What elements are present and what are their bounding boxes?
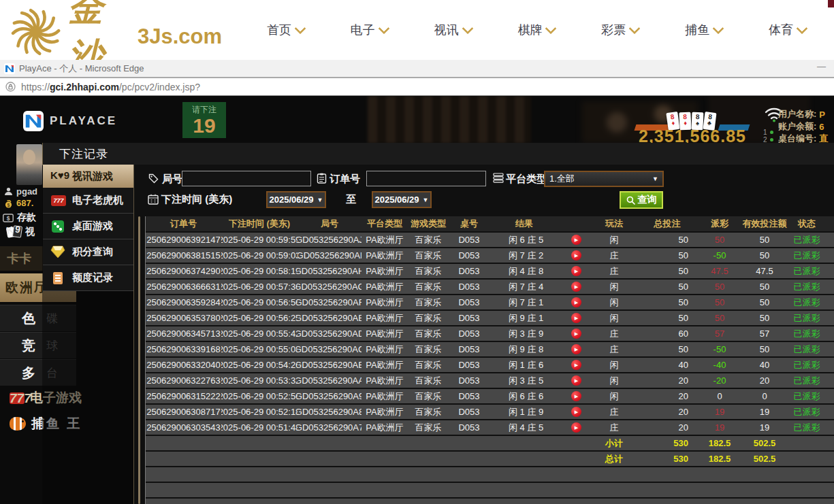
modal-menu-item-3[interactable]: 积分查询 — [43, 239, 133, 265]
empty-row — [146, 467, 834, 482]
cell-payout: 50 — [699, 280, 740, 294]
replay-button[interactable]: ▶ — [571, 297, 581, 307]
replay-button[interactable]: ▶ — [571, 344, 581, 354]
total-side: 总计 — [593, 452, 635, 466]
site-header: 金沙 3Js.com 首页电子视讯棋牌彩票捕鱼体育 — [0, 0, 834, 60]
cell-game: 百家乐 — [408, 311, 449, 325]
deposit-button[interactable]: $ 存款 — [3, 212, 36, 224]
cell-time: 2025-06-29 00:55:42 — [221, 326, 298, 341]
cell-time: 2025-06-29 00:52:56 — [221, 389, 298, 403]
round-label: 局号 — [162, 173, 182, 186]
bet-timer-box: 请下注 19 — [182, 102, 226, 138]
replay-button[interactable]: ▶ — [571, 422, 581, 433]
nav-item-label: 捕鱼 — [685, 22, 709, 38]
screen: 金沙 3Js.com 首页电子视讯棋牌彩票捕鱼体育 PlayAce - 个人 -… — [0, 0, 834, 504]
cell-valid: 47.5 — [740, 264, 789, 278]
cell-game: 百家乐 — [408, 264, 449, 278]
cell-result: 闲 4 庄 5 — [490, 420, 559, 435]
cell-platform: PA欧洲厅 — [362, 358, 408, 372]
game-category-label: 多 — [22, 364, 35, 382]
replay-button[interactable]: ▶ — [571, 313, 581, 323]
date-from-picker[interactable]: 2025/06/29 ▼ — [266, 191, 326, 208]
cell-side: 闲 — [593, 295, 635, 309]
platform-select[interactable]: 1.全部 ▼ — [544, 171, 664, 187]
video-tab[interactable]: K♥9 视 — [7, 226, 35, 238]
cell-status: 已派彩 — [789, 342, 824, 356]
cell-time: 2025-06-29 00:54:26 — [221, 358, 298, 372]
cell-replay: ▶ — [559, 233, 593, 247]
replay-button[interactable]: ▶ — [571, 282, 581, 292]
total-replay — [559, 452, 593, 466]
site-logo-link[interactable]: 金沙 3Js.com — [4, 5, 222, 58]
cell-platform: PA欧洲厅 — [362, 326, 408, 341]
cell-payout: 50 — [699, 233, 740, 247]
round-input[interactable] — [182, 171, 311, 186]
vertical-scrollbar[interactable] — [138, 216, 140, 504]
replay-button[interactable]: ▶ — [571, 266, 581, 276]
column-header-side: 玩法 — [593, 216, 635, 231]
minimize-button[interactable]: — — [817, 61, 826, 71]
cell-bet: 50 — [635, 248, 699, 263]
nav-item-2[interactable]: 视讯 — [434, 22, 472, 38]
url-text: https://gci.2hhapi.com/pc/pcv2/index.jsp… — [21, 82, 200, 93]
order-input[interactable] — [366, 171, 486, 186]
cell-order: 250629006359284 — [146, 295, 221, 309]
platform-label: 平台类型 — [506, 173, 547, 186]
modal-menu-item-4[interactable]: 额度记录 — [43, 265, 133, 291]
date-to-picker[interactable]: 2025/06/29 ▼ — [372, 191, 432, 208]
replay-button[interactable]: ▶ — [571, 375, 581, 386]
scrollbar-fragment — [828, 0, 834, 7]
cell-round: GD053256290AH — [298, 264, 362, 278]
cell-game: 百家乐 — [408, 295, 449, 309]
nav-item-4[interactable]: 彩票 — [601, 22, 639, 38]
replay-button[interactable]: ▶ — [571, 235, 581, 245]
cell-status: 已派彩 — [789, 326, 824, 341]
table-row-1: 2506290063815152025-06-29 00:59:03GD0532… — [146, 248, 834, 263]
cell-result: 闲 7 庄 1 — [490, 295, 559, 309]
modal-menu-item-1[interactable]: 777电子老虎机 — [43, 188, 133, 214]
cell-result: 闲 6 庄 6 — [490, 389, 559, 403]
chevron-down-icon: ▼ — [317, 197, 323, 203]
cell-game: 百家乐 — [408, 373, 449, 388]
search-button[interactable]: 查询 — [620, 191, 663, 209]
cell-table: D053 — [449, 420, 490, 435]
browser-urlbar[interactable]: https://gci.2hhapi.com/pc/pcv2/index.jsp… — [0, 78, 834, 96]
cell-order: 250629006322763 — [146, 373, 221, 388]
subtotal-platform — [362, 436, 408, 450]
modal-menu-item-0[interactable]: K♥9视讯游戏 — [43, 165, 133, 188]
nav-item-0[interactable]: 首页 — [267, 22, 304, 38]
cell-round: GD053256290AD — [298, 326, 362, 341]
cell-round: GD053256290AB — [298, 358, 362, 372]
nav-item-1[interactable]: 电子 — [351, 22, 388, 38]
dice-icon — [50, 220, 67, 233]
slot-icon: 777 — [10, 392, 25, 404]
cell-game: 百家乐 — [408, 280, 449, 294]
replay-button[interactable]: ▶ — [571, 407, 581, 417]
diamond-icon — [50, 246, 67, 259]
cell-bet: 20 — [635, 405, 699, 419]
chevron-down-icon: ▼ — [423, 197, 429, 203]
replay-button[interactable]: ▶ — [571, 360, 581, 370]
table-row-9: 2506290063227632025-06-29 00:53:32GD0532… — [146, 373, 834, 388]
nav-item-5[interactable]: 捕鱼 — [685, 22, 722, 38]
cell-replay: ▶ — [559, 358, 593, 372]
replay-button[interactable]: ▶ — [571, 250, 581, 261]
cell-side: 闲 — [593, 233, 635, 247]
replay-button[interactable]: ▶ — [571, 391, 581, 401]
cell-valid: 40 — [740, 358, 789, 372]
nav-item-6[interactable]: 体育 — [769, 22, 806, 38]
empty-row — [146, 499, 834, 504]
cell-result: 闲 1 庄 6 — [490, 358, 559, 372]
nav-item-3[interactable]: 棋牌 — [517, 22, 555, 38]
document-icon — [50, 271, 67, 285]
cell-payout: 19 — [699, 405, 740, 419]
platform-select-value: 1.全部 — [549, 173, 652, 185]
cell-table: D053 — [449, 248, 490, 263]
modal-menu-item-label: 桌面游戏 — [72, 220, 113, 233]
cell-replay: ▶ — [559, 295, 593, 309]
replay-button[interactable]: ▶ — [571, 329, 581, 339]
modal-title: 下注记录 — [59, 146, 108, 162]
cell-time: 2025-06-29 00:55:08 — [221, 342, 298, 356]
cell-result: 闲 9 庄 8 — [490, 342, 559, 356]
modal-menu-item-2[interactable]: 桌面游戏 — [43, 214, 133, 239]
